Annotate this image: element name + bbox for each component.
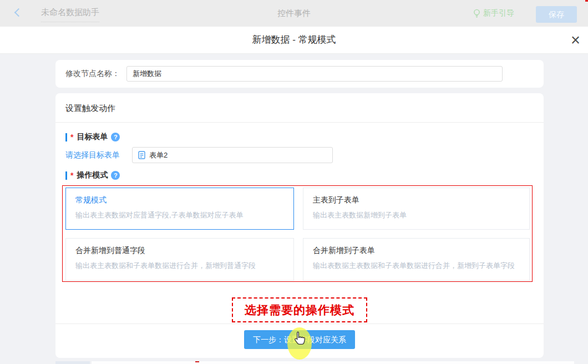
node-name-card: 修改节点名称： [55, 60, 544, 88]
guide-label: 新手引导 [483, 8, 514, 18]
mode-option-desc: 输出表主表数据和子表单数据进行合并，新增到普通字段 [75, 261, 284, 271]
mode-option-title: 主表到子表单 [313, 195, 520, 205]
required-mark: * [70, 171, 73, 180]
help-icon[interactable]: ? [111, 171, 120, 180]
cutoff-annotation-dash [195, 361, 199, 362]
mode-option-desc: 输出表主表数据新增到子表单 [313, 210, 520, 220]
annotation-hint: 选择需要的操作模式 [232, 297, 367, 322]
modal-title: 新增数据 - 常规模式 [0, 27, 588, 53]
mode-option-normal[interactable]: 常规模式 输出表主表数据对应普通字段,子表单数据对应子表单 [65, 188, 294, 230]
cutoff-element [92, 361, 574, 364]
newbie-guide-link[interactable]: 新手引导 [473, 8, 514, 18]
operation-mode-annotation-rect: 常规模式 输出表主表数据对应普通字段,子表单数据对应子表单 主表到子表单 输出表… [62, 185, 533, 282]
lightbulb-icon [473, 9, 480, 18]
target-form-label-row: * 目标表单 ? [65, 132, 120, 142]
operation-mode-label: 操作模式 [77, 170, 108, 180]
selected-form-name: 表单2 [149, 150, 168, 160]
mode-option-title: 合并新增到子表单 [313, 246, 520, 256]
hand-cursor-icon [293, 331, 306, 348]
close-icon[interactable]: × [571, 29, 580, 51]
help-icon[interactable]: ? [111, 133, 120, 141]
target-form-label: 目标表单 [77, 132, 108, 142]
footer-divider [55, 323, 544, 324]
section-title: 设置触发动作 [55, 93, 544, 123]
field-accent-bar [65, 133, 67, 141]
mode-option-desc: 输出表主表数据对应普通字段,子表单数据对应子表单 [75, 210, 284, 220]
mode-option-merge-to-field[interactable]: 合并新增到普通字段 输出表主表数据和子表单数据进行合并，新增到普通字段 [65, 238, 294, 281]
cutoff-element [55, 361, 90, 364]
node-name-label: 修改节点名称： [65, 69, 120, 79]
modal-header: 新增数据 - 常规模式 × [0, 27, 588, 54]
select-target-form-link[interactable]: 请选择目标表单 [65, 150, 120, 160]
mode-option-main-to-subform[interactable]: 主表到子表单 输出表主表数据新增到子表单 [303, 188, 530, 230]
mode-option-title: 合并新增到普通字段 [75, 246, 284, 256]
required-mark: * [70, 133, 73, 141]
field-accent-bar [65, 171, 67, 180]
mode-option-desc: 输出表数据主表数据和子表单数据进行合并，新增到子表单字段 [313, 261, 520, 271]
annotation-corner-mark [585, 0, 588, 2]
node-name-input[interactable] [126, 66, 503, 82]
mode-option-title: 常规模式 [75, 195, 284, 205]
mode-option-merge-to-subform[interactable]: 合并新增到子表单 输出表数据主表数据和子表单数据进行合并，新增到子表单字段 [303, 238, 530, 281]
form-document-icon [138, 151, 145, 159]
trigger-action-card: 设置触发动作 * 目标表单 ? 请选择目标表单 表单2 * 操作模式 ? 常规模… [55, 93, 544, 358]
top-toolbar: 未命名数据助手 控件事件 新手引导 保存 [0, 0, 588, 27]
save-button[interactable]: 保存 [536, 6, 577, 23]
operation-mode-label-row: * 操作模式 ? [65, 170, 120, 180]
target-form-select[interactable]: 表单2 [132, 147, 333, 163]
